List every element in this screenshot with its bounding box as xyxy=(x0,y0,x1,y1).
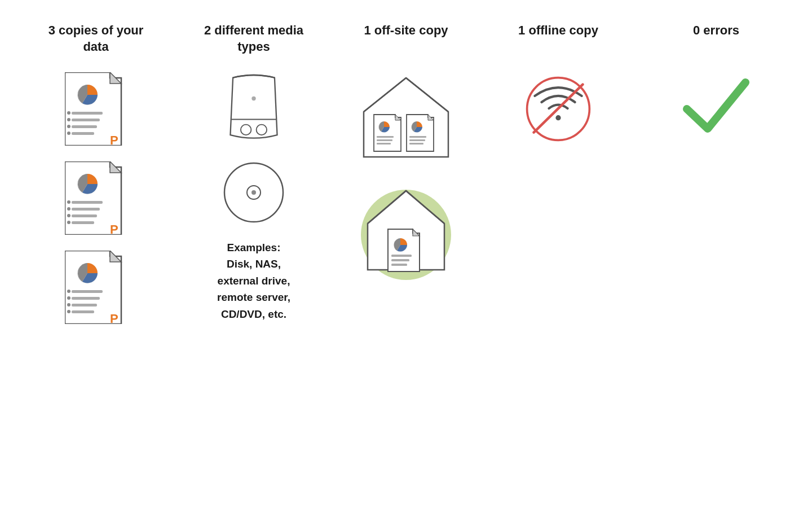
checkmark-icon xyxy=(682,72,750,140)
nas-icon xyxy=(220,72,288,146)
svg-point-42 xyxy=(251,190,256,195)
svg-rect-5 xyxy=(72,125,97,128)
svg-point-21 xyxy=(67,214,70,217)
col-copies: 3 copies of your data xyxy=(34,23,158,340)
svg-point-22 xyxy=(67,221,70,224)
svg-rect-16 xyxy=(72,208,100,211)
svg-rect-51 xyxy=(377,143,391,144)
svg-point-9 xyxy=(67,125,70,128)
svg-rect-28 xyxy=(72,297,100,300)
svg-rect-50 xyxy=(377,139,392,141)
svg-rect-15 xyxy=(72,201,103,204)
main-container: 3 copies of your data xyxy=(0,0,812,508)
svg-rect-55 xyxy=(409,136,426,138)
svg-rect-29 xyxy=(72,304,97,306)
svg-rect-18 xyxy=(72,221,94,224)
svg-point-7 xyxy=(67,111,70,115)
svg-point-19 xyxy=(67,200,70,204)
svg-text:P: P xyxy=(110,133,118,146)
svg-rect-17 xyxy=(72,214,97,217)
svg-rect-65 xyxy=(391,255,412,257)
svg-point-31 xyxy=(67,290,70,293)
svg-rect-66 xyxy=(391,259,409,261)
svg-text:P: P xyxy=(110,312,118,324)
col-offline: 1 offline copy xyxy=(496,23,620,161)
doc-icon-3: P xyxy=(65,251,127,324)
house-green-icon xyxy=(355,178,457,280)
svg-rect-56 xyxy=(409,139,425,141)
svg-rect-6 xyxy=(72,132,94,135)
doc-icon-1: P xyxy=(65,72,127,146)
col-media-header: 2 different media types xyxy=(192,23,316,56)
examples-text: Examples: Disk, NAS, external drive, rem… xyxy=(217,239,290,322)
svg-rect-4 xyxy=(72,119,100,121)
svg-rect-30 xyxy=(72,310,94,313)
svg-text:P: P xyxy=(110,222,118,235)
svg-point-33 xyxy=(67,303,70,306)
house-files-icon xyxy=(358,72,454,163)
svg-rect-49 xyxy=(377,136,394,138)
svg-point-69 xyxy=(555,115,561,120)
svg-point-8 xyxy=(67,118,70,121)
svg-rect-67 xyxy=(391,264,407,266)
col-errors: 0 errors xyxy=(654,23,778,156)
svg-point-20 xyxy=(67,207,70,211)
svg-point-34 xyxy=(67,310,70,313)
col-media: 2 different media types xyxy=(192,23,316,322)
nowifi-icon xyxy=(524,72,592,146)
svg-point-10 xyxy=(67,132,70,135)
col-errors-header: 0 errors xyxy=(693,23,739,56)
svg-point-39 xyxy=(251,97,255,100)
doc-icon-2: P xyxy=(65,161,127,235)
svg-point-32 xyxy=(67,296,70,300)
columns-layout: 3 copies of your data xyxy=(34,23,778,340)
col-offsite: 1 off-site copy xyxy=(350,23,462,291)
col-offsite-header: 1 off-site copy xyxy=(364,23,448,56)
svg-rect-57 xyxy=(409,143,423,144)
col-copies-header: 3 copies of your data xyxy=(34,23,158,56)
svg-rect-3 xyxy=(72,112,103,115)
col-offline-header: 1 offline copy xyxy=(518,23,598,56)
svg-rect-27 xyxy=(72,290,103,293)
disc-icon xyxy=(223,161,285,224)
